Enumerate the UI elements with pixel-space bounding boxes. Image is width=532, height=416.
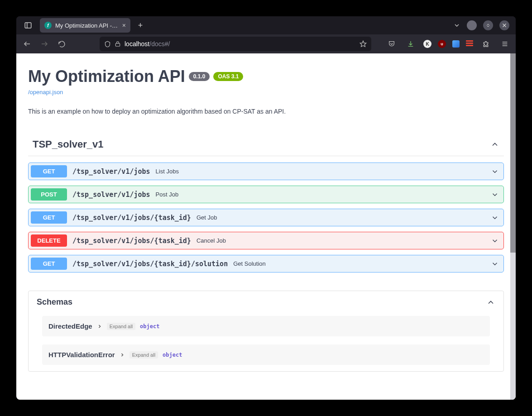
operation-path: /tsp_solver/v1/jobs xyxy=(72,191,150,199)
chevron-down-icon xyxy=(453,22,460,29)
browser-toolbar: localhost/docs#/ K u xyxy=(16,34,516,53)
schemas-header[interactable]: Schemas xyxy=(29,291,503,313)
forward-button xyxy=(38,38,51,50)
operation-row[interactable]: GET/tsp_solver/v1/jobs/{task_id}Get Job xyxy=(28,209,504,226)
version-badge: 0.1.0 xyxy=(189,72,210,81)
download-icon xyxy=(407,40,414,48)
pocket-icon xyxy=(388,40,395,48)
http-method-badge: POST xyxy=(31,188,67,201)
app-menu-button[interactable] xyxy=(498,38,511,50)
chevron-down-icon xyxy=(491,167,499,176)
expand-all-button[interactable]: Expand all xyxy=(107,323,135,330)
url-text: localhost/docs#/ xyxy=(125,40,170,48)
schema-name: DirectedEdge xyxy=(48,322,92,330)
extension-k[interactable]: K xyxy=(423,40,431,48)
operation-path: /tsp_solver/v1/jobs/{task_id}/solution xyxy=(72,260,228,268)
hamburger-icon xyxy=(501,40,508,48)
schema-list: DirectedEdgeExpand allobjectHTTPValidati… xyxy=(29,313,503,371)
shield-icon[interactable] xyxy=(104,41,111,48)
chevron-down-icon xyxy=(491,237,499,245)
schemas-title: Schemas xyxy=(37,297,72,307)
operation-path: /tsp_solver/v1/jobs/{task_id} xyxy=(72,237,191,245)
expand-all-button[interactable]: Expand all xyxy=(129,351,158,359)
reload-icon xyxy=(58,40,66,48)
lock-icon[interactable] xyxy=(115,41,121,47)
chevron-up-icon xyxy=(486,298,495,307)
minimize-button[interactable] xyxy=(483,20,493,30)
star-icon xyxy=(359,40,367,48)
schemas-section: Schemas DirectedEdgeExpand allobjectHTTP… xyxy=(28,291,504,372)
arrow-right-icon xyxy=(40,40,48,48)
scrollbar-thumb[interactable] xyxy=(510,53,516,253)
svg-rect-0 xyxy=(25,23,31,28)
operation-row[interactable]: POST/tsp_solver/v1/jobsPost Job xyxy=(28,186,504,203)
http-method-badge: GET xyxy=(31,258,67,270)
schema-row[interactable]: DirectedEdgeExpand allobject xyxy=(42,316,490,336)
operation-path: /tsp_solver/v1/jobs xyxy=(72,167,150,176)
chevron-up-icon xyxy=(490,140,499,149)
bookmark-button[interactable] xyxy=(359,40,367,48)
browser-tabbar: f My Optimization API - Sw × + xyxy=(16,16,516,34)
schema-name: HTTPValidationError xyxy=(48,351,115,359)
extension-blue[interactable] xyxy=(452,40,460,48)
extension-ublock[interactable]: u xyxy=(438,40,446,48)
http-method-badge: GET xyxy=(31,165,67,177)
schema-row[interactable]: HTTPValidationErrorExpand allobject xyxy=(42,344,490,365)
operation-summary: Post Job xyxy=(156,191,179,198)
chevron-down-icon xyxy=(491,214,499,222)
chevron-down-icon xyxy=(491,260,499,268)
operation-summary: List Jobs xyxy=(156,168,179,175)
close-icon xyxy=(502,23,507,28)
downloads-button[interactable] xyxy=(404,38,417,50)
tag-name: TSP_solver_v1 xyxy=(33,139,104,150)
pocket-button[interactable] xyxy=(385,38,398,50)
tab-close-button[interactable]: × xyxy=(122,22,126,29)
puzzle-icon xyxy=(482,40,489,48)
tag-header[interactable]: TSP_solver_v1 xyxy=(28,133,504,156)
operation-summary: Get Job xyxy=(197,214,217,221)
extension-todoist[interactable] xyxy=(466,40,473,48)
openapi-json-link[interactable]: /openapi.json xyxy=(28,89,63,96)
operations-list: GET/tsp_solver/v1/jobsList JobsPOST/tsp_… xyxy=(28,163,504,273)
api-description: This is an example on how to deploy an o… xyxy=(28,108,504,115)
url-bar[interactable]: localhost/docs#/ xyxy=(100,37,371,51)
profile-avatar[interactable] xyxy=(467,20,477,30)
arrow-left-icon xyxy=(23,40,31,48)
http-method-badge: DELETE xyxy=(31,234,67,247)
maximize-icon xyxy=(485,23,491,28)
schema-type: object xyxy=(140,323,159,330)
url-path: /docs#/ xyxy=(149,40,170,48)
schema-type: object xyxy=(163,352,182,358)
back-button[interactable] xyxy=(21,38,34,50)
close-window-button[interactable] xyxy=(499,20,509,30)
page-viewport: My Optimization API 0.1.0 OAS 3.1 /opena… xyxy=(16,53,516,400)
chevron-right-icon xyxy=(120,352,125,358)
oas-badge: OAS 3.1 xyxy=(213,72,243,81)
reload-button[interactable] xyxy=(55,38,68,50)
operation-row[interactable]: DELETE/tsp_solver/v1/jobs/{task_id}Cance… xyxy=(28,232,504,249)
list-tabs-button[interactable] xyxy=(453,22,460,29)
browser-tab[interactable]: f My Optimization API - Sw × xyxy=(40,18,130,33)
operation-summary: Get Solution xyxy=(233,260,266,267)
operation-summary: Cancel Job xyxy=(197,237,226,244)
extensions-button[interactable] xyxy=(479,38,492,50)
svg-rect-6 xyxy=(115,43,120,46)
url-host: localhost xyxy=(125,40,149,48)
tab-title: My Optimization API - Sw xyxy=(55,22,119,29)
operation-path: /tsp_solver/v1/jobs/{task_id} xyxy=(72,214,191,222)
new-tab-button[interactable]: + xyxy=(134,21,147,30)
sidebar-toggle[interactable] xyxy=(20,21,36,29)
http-method-badge: GET xyxy=(31,211,67,224)
panel-icon xyxy=(24,21,32,29)
chevron-down-icon xyxy=(491,191,499,199)
tab-favicon: f xyxy=(44,22,52,29)
svg-marker-7 xyxy=(360,41,366,47)
operation-row[interactable]: GET/tsp_solver/v1/jobsList Jobs xyxy=(28,163,504,180)
operation-row[interactable]: GET/tsp_solver/v1/jobs/{task_id}/solutio… xyxy=(28,255,504,273)
chevron-right-icon xyxy=(97,324,102,329)
page-title: My Optimization API xyxy=(28,67,185,86)
